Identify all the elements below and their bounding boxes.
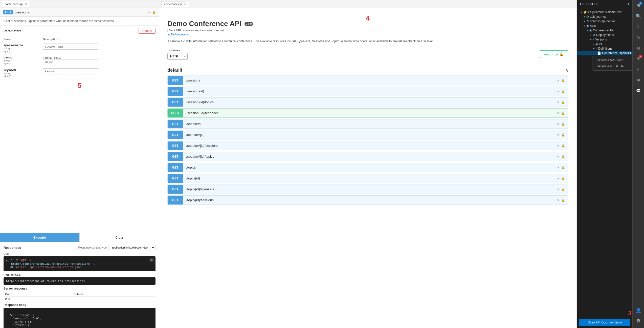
tree-icon-apic: ✿ bbox=[586, 15, 589, 18]
tree-item-conference-openapi2[interactable]: 📄 Conference OpenAPI 2 bbox=[577, 51, 632, 55]
context-menu: Generate API Client Generate HTTP File bbox=[592, 56, 632, 71]
endpoint-row-speaker-topics[interactable]: GET /speaker/{id}/topics ∨ 🔒 bbox=[167, 152, 568, 161]
tree-item-apic-journey[interactable]: ▾ ✿ apic-journey bbox=[577, 14, 632, 19]
tree-item-conference-api[interactable]: ▾ ◉ Conference API bbox=[577, 28, 632, 33]
response-code-col: Code bbox=[4, 292, 72, 297]
tree-arrow-v1: ▾ bbox=[593, 43, 594, 46]
endpoint-row-session-feedback[interactable]: POST /session/{id}/feedback ∨ 🔒 bbox=[167, 108, 568, 118]
warning-icon[interactable]: ⚠ 1 bbox=[634, 54, 643, 63]
lock-icon[interactable]: 🔒 bbox=[152, 10, 156, 14]
chevron-speaker-topics: ∨ bbox=[557, 155, 559, 158]
run-icon[interactable]: ▷ bbox=[634, 33, 643, 42]
method-get-topic-id: GET bbox=[168, 174, 183, 183]
left-tab-conference-api[interactable]: conference-api ✕ bbox=[2, 1, 30, 7]
execute-button[interactable]: Execute bbox=[0, 233, 79, 242]
context-menu-generate-http[interactable]: Generate HTTP File bbox=[592, 63, 632, 69]
endpoint-icons-topic-speakers: ∨ 🔒 bbox=[554, 188, 568, 191]
endpoint-icons-topics: ∨ 🔒 bbox=[554, 166, 568, 169]
dayno-input[interactable] bbox=[43, 59, 98, 65]
speakername-input[interactable] bbox=[43, 44, 98, 50]
endpoint-row-speaker-id[interactable]: GET /speaker/{id} ∨ 🔒 bbox=[167, 130, 568, 139]
endpoint-row-speaker-sessions[interactable]: GET /speaker/{id}/sessions ∨ 🔒 bbox=[167, 141, 568, 150]
endpoint-row-sessions[interactable]: GET /sessions ∨ 🔒 bbox=[167, 76, 568, 85]
response-content-type-select[interactable]: application/vnd.collection+json bbox=[108, 245, 156, 250]
param-col-name: Name bbox=[4, 37, 43, 42]
api-center-symbol: ⊡ bbox=[637, 46, 640, 50]
path-session-topics: /session/{id}/topics bbox=[183, 98, 554, 107]
left-tab-close-icon[interactable]: ✕ bbox=[25, 2, 27, 6]
collapse-default-icon[interactable]: ∧ bbox=[565, 67, 568, 73]
middle-panel-tab-bar: conference-api ✕ bbox=[159, 0, 576, 8]
api-center-icon[interactable]: ⊡ bbox=[634, 44, 643, 53]
endpoint-row-speakers[interactable]: GET /speakers ∨ 🔒 bbox=[167, 119, 568, 129]
search-icon[interactable]: 🔍 bbox=[634, 12, 643, 21]
endpoint-path: /sessions bbox=[15, 10, 148, 14]
authorize-lock-icon: 🔓 bbox=[559, 52, 564, 56]
chevron-topic-id: ∨ bbox=[557, 177, 559, 180]
response-body: { "collection": { "version": "1.0", "lin… bbox=[4, 308, 156, 328]
endpoint-row-topic-id[interactable]: GET /topic/{id} ∨ 🔒 bbox=[167, 174, 568, 183]
tree-item-apis[interactable]: ▾ ◉ Apis bbox=[577, 24, 632, 28]
api-version-badge: 2.0.0 bbox=[245, 22, 253, 26]
default-section-header: default ∧ bbox=[167, 65, 568, 76]
param-row-dayno: dayno integer (query) Format - int32. bbox=[4, 54, 156, 67]
settings-icon[interactable]: ⚙ bbox=[634, 316, 643, 325]
tree-label-ca: ca-jullamuiruri-demo-test bbox=[588, 10, 621, 14]
chat-icon[interactable]: 💬 bbox=[634, 86, 643, 95]
left-panel-more-icon[interactable]: ··· bbox=[155, 2, 157, 5]
action-buttons: Execute Clear bbox=[0, 233, 159, 242]
copy-curl-button[interactable]: ⧉ bbox=[149, 258, 154, 262]
graph-icon[interactable]: ⊞ bbox=[634, 75, 643, 85]
endpoint-row-topic-sessions[interactable]: GET /topic/{id}/sessions ∨ 🔒 bbox=[167, 195, 568, 205]
tree-item-deployments[interactable]: ▾ ⚙ Deployments bbox=[577, 33, 632, 37]
bottom-icons: 👤 ⚙ bbox=[634, 306, 643, 327]
tree-item-definitions[interactable]: ▾ ≡ Definitions bbox=[577, 46, 632, 51]
endpoint-row-topic-speakers[interactable]: GET /topic/{id}/speakers ∨ 🔒 bbox=[167, 184, 568, 194]
endpoint-icons-session-topics: ∨ 🔒 bbox=[554, 100, 568, 104]
api-def-link[interactable]: apiDefinition.json bbox=[167, 33, 568, 36]
params-title: Parameters bbox=[4, 29, 21, 33]
responses-header: Responses Response content type applicat… bbox=[4, 245, 156, 250]
account-icon[interactable]: 👤 bbox=[634, 306, 643, 315]
path-sessions: /sessions bbox=[183, 76, 554, 85]
chevron-session-id: ∨ bbox=[557, 90, 559, 93]
tree-arrow-versions: ▾ bbox=[590, 38, 591, 41]
context-menu-generate-client[interactable]: Generate API Client bbox=[592, 57, 632, 63]
api-center-title: API CENTER bbox=[580, 3, 598, 6]
tree-item-versions[interactable]: ▾ ≡ Versions bbox=[577, 37, 632, 42]
server-response-label: Server response bbox=[4, 287, 156, 290]
schemes-row: Schemes HTTP HTTPS Authorize 🔓 bbox=[167, 49, 568, 60]
method-get-sessions: GET bbox=[168, 76, 183, 85]
check-icon[interactable]: ✓ bbox=[634, 65, 643, 74]
schemes-wrapper: Schemes HTTP HTTPS bbox=[167, 49, 188, 60]
tree-item-v1[interactable]: ▾ ◉ v1 bbox=[577, 42, 632, 46]
middle-content: 4 Demo Conference API 2.0.0 [ Base URL: … bbox=[159, 8, 576, 328]
collapse-icon[interactable]: ⌄ bbox=[148, 10, 150, 14]
middle-tab-close-icon[interactable]: ✕ bbox=[184, 3, 186, 6]
open-api-docs-button[interactable]: Open API Documentation bbox=[579, 319, 630, 326]
endpoint-row-topics[interactable]: GET /topics ∨ 🔒 bbox=[167, 163, 568, 172]
tree-label-conference: Conference API bbox=[593, 29, 614, 32]
endpoint-row-session-id-topics[interactable]: GET /session/{id}/topics ∨ 🔒 bbox=[167, 97, 568, 107]
clear-button[interactable]: Clear bbox=[79, 233, 159, 242]
refresh-icon[interactable]: ↺ bbox=[626, 2, 630, 7]
schemes-select[interactable]: HTTP HTTPS bbox=[167, 53, 188, 60]
tree-arrow-ca: ▾ bbox=[581, 11, 582, 14]
endpoint-icons-topic-sessions: ∨ 🔒 bbox=[554, 198, 568, 202]
method-get-topic-speakers: GET bbox=[168, 185, 183, 194]
params-table: Name Description speakername string (que… bbox=[4, 37, 156, 79]
endpoint-icons-topic-id: ∨ 🔒 bbox=[554, 177, 568, 180]
tree-item-contoso[interactable]: ▾ ✿ contoso-api-center bbox=[577, 19, 632, 24]
cancel-button[interactable]: Cancel bbox=[139, 28, 156, 34]
response-row: 200 bbox=[4, 297, 156, 302]
extensions-icon[interactable]: ⊞ 9 bbox=[634, 1, 643, 10]
curl-label: Curl bbox=[4, 252, 156, 255]
endpoint-icons-speakers: ∨ 🔒 bbox=[554, 122, 568, 126]
middle-tab-conference-api[interactable]: conference-api ✕ bbox=[161, 1, 189, 7]
tree-item-ca-jullamuiruri[interactable]: ▾ ⭐ ca-jullamuiruri-demo-test bbox=[577, 10, 632, 14]
activity-bar: ⊞ 9 🔍 ⑂ ▷ ⊡ ⚠ 1 ✓ ⊞ 💬 👤 ⚙ bbox=[632, 0, 644, 328]
endpoint-row-session-id[interactable]: GET /session/{id} ∨ 🔒 bbox=[167, 87, 568, 96]
authorize-button[interactable]: Authorize 🔓 bbox=[539, 50, 568, 58]
source-control-icon[interactable]: ⑂ bbox=[634, 22, 643, 31]
keyword-input[interactable] bbox=[43, 68, 98, 74]
